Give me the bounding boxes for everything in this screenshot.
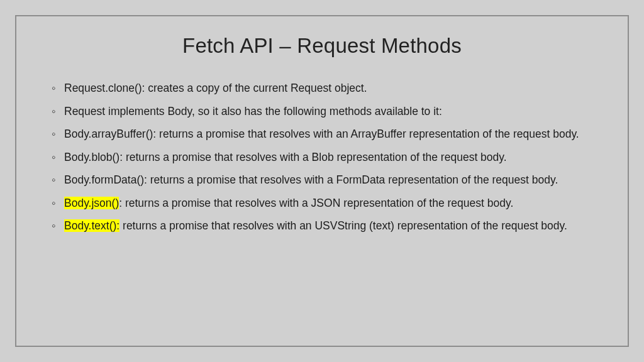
highlight: Body.text(): — [64, 219, 119, 232]
bullet-text: Body.formData(): returns a promise that … — [64, 173, 558, 186]
highlight: Body.json() — [64, 197, 119, 209]
slide-title: Fetch API – Request Methods — [47, 34, 597, 58]
bullet-text: Body.arrayBuffer(): returns a promise th… — [64, 128, 579, 140]
list-item: Request implements Body, so it also has … — [52, 104, 597, 119]
list-item: Body.json(): returns a promise that reso… — [52, 195, 597, 211]
bullet-text: Request implements Body, so it also has … — [64, 105, 442, 118]
bullet-text: returns a promise that resolves with an … — [119, 219, 567, 232]
bullet-text: : returns a promise that resolves with a… — [119, 197, 513, 209]
list-item: Body.arrayBuffer(): returns a promise th… — [52, 126, 597, 142]
bullet-text: Request.clone(): creates a copy of the c… — [64, 82, 367, 94]
slide-frame: Fetch API – Request Methods Request.clon… — [15, 15, 629, 347]
list-item: Body.blob(): returns a promise that reso… — [52, 150, 597, 165]
list-item: Request.clone(): creates a copy of the c… — [52, 80, 597, 96]
bullet-list: Request.clone(): creates a copy of the c… — [47, 80, 597, 234]
bullet-text: Body.blob(): returns a promise that reso… — [64, 151, 507, 163]
list-item: Body.text(): returns a promise that reso… — [52, 218, 597, 234]
list-item: Body.formData(): returns a promise that … — [52, 172, 597, 188]
